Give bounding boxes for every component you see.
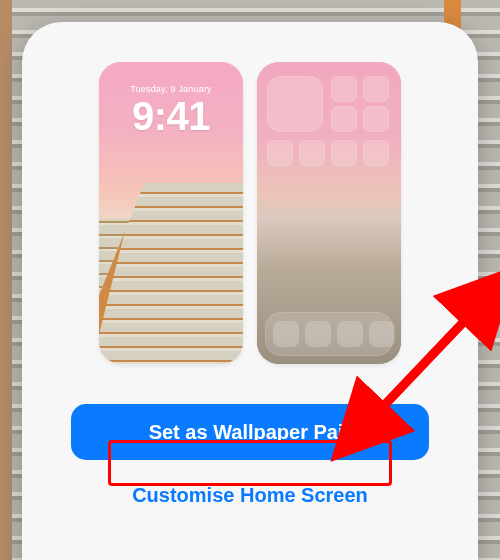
- dock-app-placeholder: [273, 321, 299, 347]
- wallpaper-confirmation-sheet: Tuesday, 9 January 9:41 Set as Wallpaper…: [22, 22, 478, 560]
- dock-app-placeholder: [337, 321, 363, 347]
- home-app-placeholder: [299, 140, 325, 166]
- home-app-placeholder: [331, 140, 357, 166]
- home-app-placeholder: [331, 76, 357, 102]
- set-wallpaper-pair-button[interactable]: Set as Wallpaper Pair: [71, 404, 429, 460]
- home-dock-placeholder: [265, 312, 393, 356]
- customise-home-screen-button[interactable]: Customise Home Screen: [112, 474, 388, 517]
- home-screen-preview: [257, 62, 401, 364]
- wallpaper-preview-row: Tuesday, 9 January 9:41: [99, 62, 401, 364]
- lock-screen-date: Tuesday, 9 January: [99, 84, 243, 94]
- home-widget-placeholder: [267, 76, 323, 132]
- dock-app-placeholder: [369, 321, 395, 347]
- button-stack: Set as Wallpaper Pair Customise Home Scr…: [22, 404, 478, 517]
- lock-screen-preview: Tuesday, 9 January 9:41: [99, 62, 243, 364]
- home-app-placeholder: [363, 106, 389, 132]
- home-app-placeholder: [331, 106, 357, 132]
- home-app-placeholder: [363, 76, 389, 102]
- home-app-placeholder: [363, 140, 389, 166]
- lock-screen-time: 9:41: [99, 94, 243, 139]
- home-app-placeholder: [267, 140, 293, 166]
- dock-app-placeholder: [305, 321, 331, 347]
